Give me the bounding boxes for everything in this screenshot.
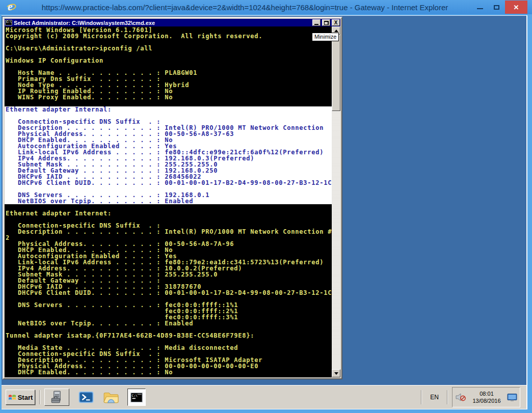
remote-desktop: Select Administrator: C:\Windows\system3… xyxy=(2,15,527,409)
arrow-down-icon xyxy=(334,372,338,375)
taskbar-divider xyxy=(421,390,422,404)
windows-explorer-button[interactable] xyxy=(103,391,119,404)
minimize-tooltip: Minimize xyxy=(312,33,339,41)
internet-explorer-icon: e xyxy=(6,2,17,13)
console-line: DHCP Enabled. . . . . . . . . . . : No xyxy=(5,369,332,375)
minimize-icon xyxy=(314,24,318,25)
console-line: DHCPv6 Client DUID. . . . . . . . : 00-0… xyxy=(5,180,332,186)
browser-minimize-button[interactable] xyxy=(472,0,488,14)
system-tray: 08:01 13/08/2016 xyxy=(452,387,520,407)
volume-muted-icon[interactable] xyxy=(455,393,466,402)
remote-display-icon[interactable] xyxy=(507,393,517,402)
minimize-icon xyxy=(477,8,483,9)
scrollbar-thumb[interactable] xyxy=(332,35,340,111)
clock-time: 08:01 xyxy=(469,390,504,397)
powershell-button[interactable] xyxy=(78,391,94,403)
maximize-icon xyxy=(494,5,499,10)
cmd-app-icon xyxy=(5,20,12,25)
console-line: NetBIOS over Tcpip. . . . . . . . : Enab… xyxy=(5,320,332,326)
browser-maximize-button[interactable] xyxy=(488,0,505,14)
console-line: Ethernet adapter Internet: xyxy=(5,210,332,216)
cmd-window-title: Select Administrator: C:\Windows\system3… xyxy=(14,20,311,26)
console-scrollbar[interactable] xyxy=(332,26,340,377)
console-line: WINS Proxy Enabled. . . . . . . . : No xyxy=(5,94,332,100)
cmd-titlebar[interactable]: Select Administrator: C:\Windows\system3… xyxy=(5,19,340,26)
console-line: Tunnel adapter isatap.{0F717AE4-662B-4D8… xyxy=(5,333,332,339)
windows-flag-icon xyxy=(8,393,16,401)
taskbar-right: EN 08:01 13/08/2016 xyxy=(417,387,523,407)
restore-icon xyxy=(324,21,329,25)
cmd-close-button[interactable]: X xyxy=(332,19,340,26)
console[interactable]: Microsoft Windows [Version 6.1.7601]Copy… xyxy=(5,26,340,377)
cmd-restore-button[interactable] xyxy=(322,19,330,26)
browser-window-controls: ✕ xyxy=(472,0,532,14)
screen: { "browser": { "title": "https://www.pra… xyxy=(0,0,532,413)
start-label: Start xyxy=(18,394,33,401)
cmd-minimize-button[interactable] xyxy=(312,19,321,26)
powershell-icon xyxy=(78,391,94,403)
console-output[interactable]: Microsoft Windows [Version 6.1.7601]Copy… xyxy=(5,27,332,377)
taskbar-clock[interactable]: 08:01 13/08/2016 xyxy=(469,390,504,404)
arrow-up-icon xyxy=(334,30,338,32)
taskbar-divider xyxy=(39,390,40,404)
server-manager-icon xyxy=(50,390,64,404)
browser-close-button[interactable]: ✕ xyxy=(505,1,527,14)
command-prompt-icon: C:\ xyxy=(130,393,143,402)
command-prompt-task-button[interactable]: C:\ xyxy=(127,389,146,406)
console-line: Ethernet adapter Internal: xyxy=(5,106,332,113)
console-line: Windows IP Configuration xyxy=(5,58,332,64)
console-line: DHCPv6 Client DUID. . . . . . . . : 00-0… xyxy=(5,290,332,296)
server-manager-button[interactable] xyxy=(44,389,69,406)
start-button[interactable]: Start xyxy=(6,390,35,405)
console-line: NetBIOS over Tcpip. . . . . . . . : Enab… xyxy=(5,198,332,204)
language-indicator[interactable]: EN xyxy=(426,394,443,401)
svg-text:C:\: C:\ xyxy=(132,393,138,397)
cmd-window[interactable]: Select Administrator: C:\Windows\system3… xyxy=(3,17,342,379)
close-icon: X xyxy=(334,20,338,25)
scroll-down-button[interactable] xyxy=(332,369,340,377)
clock-date: 13/08/2016 xyxy=(469,397,504,404)
browser-titlebar[interactable]: e https://www.practice-labs.com/?client=… xyxy=(0,0,532,14)
browser-title: https://www.practice-labs.com/?client=ja… xyxy=(17,3,472,12)
console-line: C:\Users\Administrator>ipconfig /all xyxy=(5,45,332,51)
taskbar: Start xyxy=(2,385,526,409)
folder-icon xyxy=(103,391,119,404)
taskbar-divider xyxy=(447,390,448,404)
console-line: Copyright (c) 2009 Microsoft Corporation… xyxy=(5,33,332,39)
console-line: Description . . . . . . . . . . . : Inte… xyxy=(5,229,332,235)
